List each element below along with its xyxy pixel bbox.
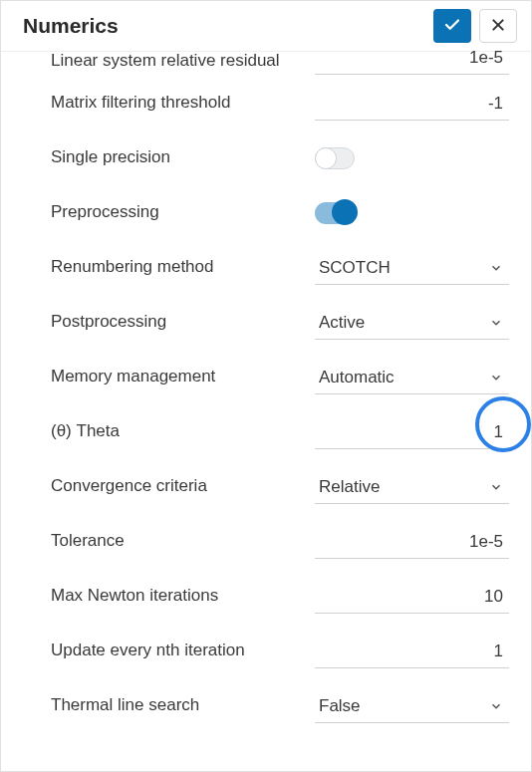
panel-content[interactable]: Linear system relative residual Matrix f… [1, 46, 531, 771]
row-linear-residual: Linear system relative residual [51, 46, 509, 76]
panel-header: Numerics [1, 1, 531, 52]
row-matrix-filter: Matrix filtering threshold [51, 76, 509, 130]
label-tolerance: Tolerance [51, 530, 299, 552]
chevron-down-icon [489, 371, 503, 385]
row-update-nth: Update every nth iteration [51, 624, 509, 678]
chevron-down-icon [489, 261, 503, 275]
cancel-button[interactable] [479, 9, 517, 43]
input-max-newton[interactable] [315, 579, 509, 614]
input-tolerance[interactable] [315, 524, 509, 559]
close-icon [490, 17, 506, 36]
confirm-button[interactable] [433, 9, 471, 43]
row-renumbering: Renumbering method SCOTCH [51, 240, 509, 295]
label-postprocessing: Postprocessing [51, 311, 299, 333]
row-tolerance: Tolerance [51, 514, 509, 569]
row-max-newton: Max Newton iterations [51, 569, 509, 624]
check-icon [443, 16, 461, 37]
label-theta: (θ) Theta [51, 420, 299, 442]
input-linear-residual[interactable] [315, 48, 509, 75]
row-theta: (θ) Theta [51, 404, 509, 459]
panel-title: Numerics [23, 14, 433, 38]
row-preprocessing: Preprocessing [51, 185, 509, 240]
toggle-single-precision[interactable] [315, 147, 355, 169]
header-actions [433, 9, 517, 43]
select-memory[interactable]: Automatic [315, 360, 509, 394]
input-theta[interactable] [315, 414, 509, 449]
label-preprocessing: Preprocessing [51, 201, 299, 223]
label-thermal-line: Thermal line search [51, 694, 299, 716]
select-renumbering[interactable]: SCOTCH [315, 250, 509, 285]
select-postprocessing[interactable]: Active [315, 305, 509, 340]
select-postprocessing-value: Active [319, 313, 365, 333]
row-postprocessing: Postprocessing Active [51, 295, 509, 350]
chevron-down-icon [489, 480, 503, 494]
select-convergence[interactable]: Relative [315, 469, 509, 504]
label-matrix-filter: Matrix filtering threshold [51, 92, 299, 114]
label-renumbering: Renumbering method [51, 256, 299, 278]
row-memory: Memory management Automatic [51, 350, 509, 404]
chevron-down-icon [489, 316, 503, 330]
label-linear-residual: Linear system relative residual [51, 50, 299, 72]
select-convergence-value: Relative [319, 477, 380, 497]
label-update-nth: Update every nth iteration [51, 640, 299, 661]
select-thermal-line[interactable]: False [315, 688, 509, 723]
select-memory-value: Automatic [319, 368, 395, 387]
row-single-precision: Single precision [51, 130, 509, 185]
chevron-down-icon [489, 699, 503, 713]
input-update-nth[interactable] [315, 634, 509, 668]
label-single-precision: Single precision [51, 146, 299, 168]
label-convergence: Convergence criteria [51, 475, 299, 497]
numerics-panel: Numerics Linear system relative residual… [0, 0, 532, 772]
select-renumbering-value: SCOTCH [319, 258, 391, 278]
input-matrix-filter[interactable] [315, 86, 509, 121]
row-thermal-line: Thermal line search False [51, 678, 509, 733]
toggle-preprocessing[interactable] [315, 202, 355, 224]
label-max-newton: Max Newton iterations [51, 585, 299, 607]
label-memory: Memory management [51, 366, 299, 387]
select-thermal-line-value: False [319, 696, 361, 716]
row-convergence: Convergence criteria Relative [51, 459, 509, 514]
